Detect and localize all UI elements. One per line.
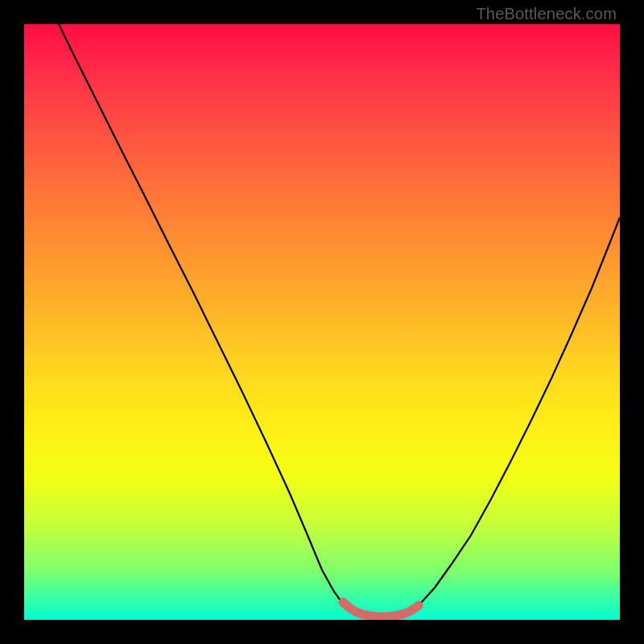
plot-area [24, 24, 620, 620]
left-curve [59, 24, 354, 613]
floor-highlight [343, 602, 419, 617]
right-curve [409, 217, 620, 613]
watermark-text: TheBottleneck.com [476, 5, 617, 23]
chart-frame: TheBottleneck.com [0, 0, 644, 644]
curve-svg [24, 24, 620, 620]
